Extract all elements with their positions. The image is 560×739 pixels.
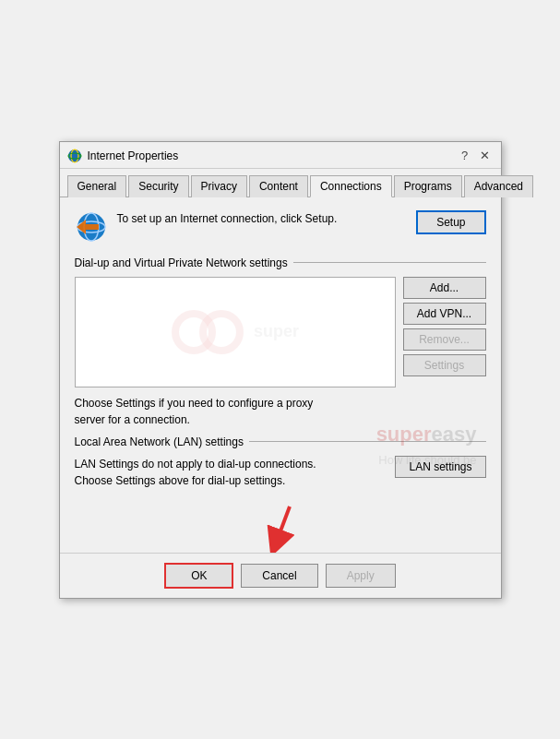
svg-point-8 xyxy=(203,314,240,351)
dialup-section-header: Dial-up and Virtual Private Network sett… xyxy=(75,256,486,269)
apply-button[interactable]: Apply xyxy=(326,564,396,588)
tab-advanced[interactable]: Advanced xyxy=(464,175,533,197)
add-button[interactable]: Add... xyxy=(403,277,486,299)
tab-privacy[interactable]: Privacy xyxy=(191,175,247,197)
lan-content: LAN Settings do not apply to dial-up con… xyxy=(75,456,486,489)
title-bar-controls: ? ✕ xyxy=(457,148,494,164)
dialup-header-line xyxy=(293,262,486,263)
remove-button[interactable]: Remove... xyxy=(403,328,486,351)
watermark-brand: super xyxy=(254,322,299,341)
svg-point-0 xyxy=(68,149,81,162)
setup-description: To set up an Internet connection, click … xyxy=(117,210,338,227)
arrow-area xyxy=(60,498,501,553)
setup-button[interactable]: Setup xyxy=(416,210,485,234)
footer: OK Cancel Apply xyxy=(60,553,501,598)
lan-description: LAN Settings do not apply to dial-up con… xyxy=(75,456,316,489)
watermark-overlay: super xyxy=(76,278,395,387)
ie-icon xyxy=(67,149,82,163)
lan-header-text: Local Area Network (LAN) settings xyxy=(75,435,244,448)
help-button[interactable]: ? xyxy=(457,148,473,164)
close-button[interactable]: ✕ xyxy=(477,148,494,164)
watermark-inner: super xyxy=(171,309,299,355)
settings-button[interactable]: Settings xyxy=(403,354,486,376)
cancel-button[interactable]: Cancel xyxy=(241,564,317,588)
title-bar-left: Internet Properties xyxy=(67,149,179,163)
add-vpn-button[interactable]: Add VPN... xyxy=(403,303,486,325)
dialup-area: super Add... Add VPN... Remove... Settin… xyxy=(75,277,486,387)
dialup-buttons: Add... Add VPN... Remove... Settings xyxy=(403,277,486,387)
ok-button[interactable]: OK xyxy=(164,563,233,589)
connection-icon xyxy=(75,210,108,244)
tab-connections[interactable]: Connections xyxy=(310,175,392,197)
title-bar: Internet Properties ? ✕ xyxy=(60,142,501,169)
tab-programs[interactable]: Programs xyxy=(394,175,462,197)
tab-security[interactable]: Security xyxy=(128,175,188,197)
tab-content[interactable]: Content xyxy=(249,175,308,197)
window-title: Internet Properties xyxy=(88,149,179,162)
svg-point-7 xyxy=(175,314,212,351)
lan-section-header: Local Area Network (LAN) settings xyxy=(75,435,486,448)
lan-settings-button[interactable]: LAN settings xyxy=(395,456,485,478)
lan-header-line xyxy=(249,441,486,442)
lan-section: Local Area Network (LAN) settings LAN Se… xyxy=(75,435,486,489)
proxy-text: Choose Settings if you need to configure… xyxy=(75,397,314,426)
watermark-icon xyxy=(171,309,244,355)
setup-section: To set up an Internet connection, click … xyxy=(75,210,486,244)
dialup-header-text: Dial-up and Virtual Private Network sett… xyxy=(75,256,288,269)
tab-general[interactable]: General xyxy=(67,175,127,197)
svg-line-10 xyxy=(276,507,290,543)
setup-left: To set up an Internet connection, click … xyxy=(75,210,338,244)
ok-arrow-icon xyxy=(257,502,304,553)
proxy-watermark-area: Choose Settings if you need to configure… xyxy=(75,395,486,428)
tab-bar: General Security Privacy Content Connect… xyxy=(60,169,501,197)
footer-wrapper: OK Cancel Apply xyxy=(60,498,501,598)
dialup-list[interactable]: super xyxy=(75,277,396,387)
tab-content-area: To set up an Internet connection, click … xyxy=(60,197,501,498)
internet-properties-window: Internet Properties ? ✕ General Security… xyxy=(59,141,502,599)
